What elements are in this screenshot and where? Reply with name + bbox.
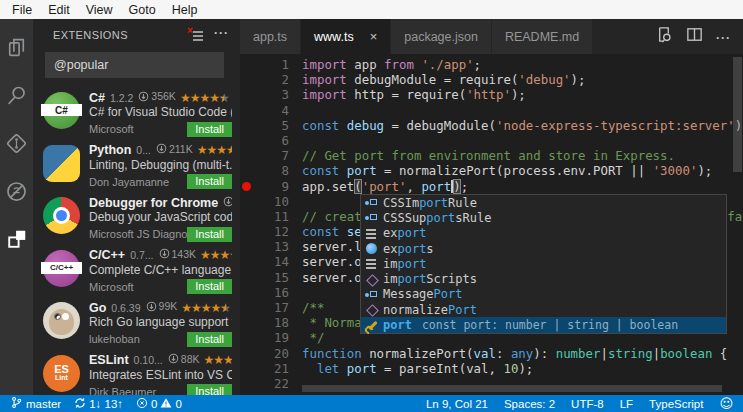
wrench-kind-icon <box>365 319 379 332</box>
breakpoint-margin[interactable] <box>240 346 253 361</box>
more-icon[interactable]: ··· <box>716 28 731 46</box>
breakpoint-margin[interactable] <box>240 270 253 285</box>
line-number: 16 <box>253 285 289 300</box>
search-icon[interactable] <box>0 71 33 119</box>
tab-www-ts[interactable]: www.ts× <box>301 19 390 54</box>
install-button[interactable]: Install <box>187 384 232 395</box>
line-number: 10 <box>253 194 289 209</box>
sidebar-header: EXTENSIONS × ··· <box>33 19 240 50</box>
breakpoint-margin[interactable] <box>240 133 253 148</box>
error-count: 0 <box>151 398 157 410</box>
breakpoint-margin[interactable] <box>240 239 253 254</box>
code-line: 2import debugModule = require('debug'); <box>240 72 743 87</box>
breakpoint-margin[interactable] <box>240 103 253 118</box>
extension-list-item[interactable]: ESLintESLint0.10...88K★★★★★Integrates ES… <box>33 348 240 396</box>
extensions-icon[interactable] <box>0 215 33 263</box>
editor-actions: ··· <box>654 19 743 54</box>
breakpoint-margin[interactable] <box>240 315 253 330</box>
close-icon[interactable]: × <box>370 30 378 43</box>
install-button[interactable]: Install <box>187 122 232 137</box>
breakpoint-margin[interactable] <box>240 285 253 300</box>
line-number: 2 <box>253 72 289 87</box>
language-mode[interactable]: TypeScript <box>649 398 703 410</box>
breakpoint-margin[interactable] <box>240 254 253 269</box>
line-text <box>289 103 302 118</box>
extension-list-item[interactable]: C#C#1.2.2356K★★★★★★C# for Visual Studio … <box>33 85 240 138</box>
breakpoint-margin[interactable] <box>240 224 253 239</box>
feedback-smiley-icon[interactable]: ☺ <box>719 397 733 410</box>
eol[interactable]: LF <box>620 398 633 410</box>
breakpoint-icon[interactable] <box>242 182 251 191</box>
problems-status[interactable]: 0 0 <box>136 397 182 411</box>
extension-list-item[interactable]: C/C++C/C++0.7...143K★★★★★Complete C/C++ … <box>33 243 240 296</box>
suggestion-item[interactable]: MessagePort <box>361 287 726 302</box>
code-line: 8const port = normalizePort(process.env.… <box>240 163 743 178</box>
line-number: 9 <box>253 179 289 194</box>
extension-list-item[interactable]: Go0.6.3999K★★★★★★Rich Go language suppor… <box>33 295 240 348</box>
suggestion-item[interactable]: portconst port: number | string | boolea… <box>361 317 726 332</box>
extension-description: Linting, Debugging (multi-t... <box>89 158 232 174</box>
extension-list-item[interactable]: Debugger for Chrome148Debug your JavaScr… <box>33 190 240 243</box>
download-count: 88K <box>168 353 200 365</box>
breakpoint-margin[interactable] <box>240 87 253 102</box>
star-icon: ★ <box>229 248 232 262</box>
breakpoint-margin[interactable] <box>240 194 253 209</box>
suggestion-item[interactable]: normalizePort <box>361 302 726 317</box>
breakpoint-margin[interactable] <box>240 330 253 345</box>
cursor-position[interactable]: Ln 9, Col 21 <box>426 398 488 410</box>
breakpoint-margin[interactable] <box>240 179 253 194</box>
vertical-scrollbar[interactable] <box>733 57 742 172</box>
menu-item-goto[interactable]: Goto <box>121 2 164 18</box>
split-editor-icon[interactable] <box>685 25 704 48</box>
menu-item-edit[interactable]: Edit <box>40 2 78 18</box>
install-button[interactable]: Install <box>187 174 232 189</box>
source-control-icon[interactable] <box>0 119 33 167</box>
suggestion-item[interactable]: import <box>361 256 726 271</box>
line-number: 22 <box>253 376 289 391</box>
menu-item-file[interactable]: File <box>4 2 40 18</box>
suggestion-item[interactable]: CSSImportRule <box>361 195 726 210</box>
vscode-window: FileEditViewGotoHelp EXTENSIONS × ··· C#… <box>0 0 743 412</box>
eslint-logo-icon: ESLint <box>43 355 80 392</box>
breakpoint-margin[interactable] <box>240 361 253 376</box>
suggestion-item[interactable]: CSSSupportsRule <box>361 210 726 225</box>
git-branch-status[interactable]: master <box>10 396 61 411</box>
line-text: /** <box>289 300 324 315</box>
suggestion-item[interactable]: export <box>361 226 726 241</box>
star-icon: ★ <box>213 353 223 367</box>
menu-item-view[interactable]: View <box>78 2 121 18</box>
download-count: 99K <box>146 300 178 312</box>
encoding[interactable]: UTF-8 <box>571 398 604 410</box>
breakpoint-margin[interactable] <box>240 163 253 178</box>
extension-list-item[interactable]: Python0...211K★★★★★★Linting, Debugging (… <box>33 138 240 191</box>
clear-extensions-input-icon[interactable]: × <box>188 28 204 42</box>
tab-README-md[interactable]: README.md <box>492 19 592 54</box>
breakpoint-margin[interactable] <box>240 57 253 72</box>
tab-package-json[interactable]: package.json <box>391 19 491 54</box>
extensions-search-input[interactable] <box>45 52 224 78</box>
more-actions-icon[interactable]: ··· <box>214 28 230 42</box>
open-preview-icon[interactable] <box>654 25 673 48</box>
files-icon[interactable] <box>0 23 33 71</box>
star-icon: ★ <box>210 248 220 262</box>
horizontal-scrollbar[interactable] <box>302 385 722 392</box>
install-button[interactable]: Install <box>187 227 232 242</box>
menu-item-help[interactable]: Help <box>164 2 206 18</box>
debug-icon[interactable] <box>0 167 33 215</box>
breakpoint-margin[interactable] <box>240 118 253 133</box>
suggestion-item[interactable]: importScripts <box>361 271 726 286</box>
tab-app-ts[interactable]: app.ts <box>240 19 300 54</box>
breakpoint-margin[interactable] <box>240 148 253 163</box>
line-number: 17 <box>253 300 289 315</box>
extension-name: Debugger for Chrome <box>89 196 218 210</box>
star-icon: ★ <box>206 143 216 157</box>
suggestion-item[interactable]: exports <box>361 241 726 256</box>
breakpoint-margin[interactable] <box>240 300 253 315</box>
breakpoint-margin[interactable] <box>240 72 253 87</box>
git-sync-status[interactable]: 1↓ 13↑ <box>74 397 123 411</box>
breakpoint-margin[interactable] <box>240 209 253 224</box>
install-button[interactable]: Install <box>187 279 232 294</box>
breakpoint-margin[interactable] <box>240 376 253 391</box>
install-button[interactable]: Install <box>187 332 232 347</box>
indentation[interactable]: Spaces: 2 <box>504 398 555 410</box>
